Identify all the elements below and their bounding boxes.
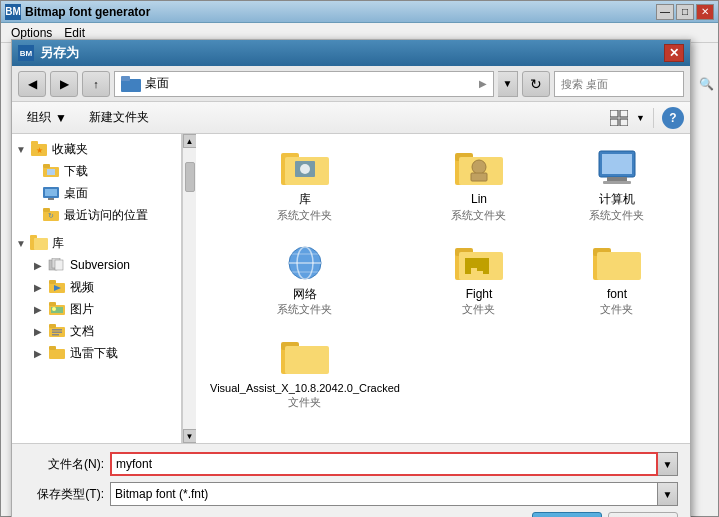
- svg-rect-37: [49, 346, 56, 350]
- scroll-down-button[interactable]: ▼: [183, 429, 197, 443]
- favorites-label: 收藏夹: [52, 141, 88, 158]
- file-item-visual-assist[interactable]: Visual_Assist_X_10.8.2042.0_Cracked 文件夹: [204, 331, 406, 416]
- outer-maximize-button[interactable]: □: [676, 4, 694, 20]
- scroll-up-button[interactable]: ▲: [183, 134, 197, 148]
- action-buttons: 保存(S) 取消: [24, 512, 678, 517]
- svg-rect-33: [52, 329, 62, 331]
- outer-title: Bitmap font generator: [25, 5, 656, 19]
- file-type-fight: 文件夹: [462, 302, 495, 317]
- favorites-icon: ★: [30, 141, 48, 157]
- search-box: 🔍: [554, 71, 684, 97]
- xunlei-label: 迅雷下载: [70, 345, 118, 362]
- sidebar-item-xunlei[interactable]: ▶ 迅雷下载: [12, 342, 181, 364]
- svg-rect-13: [45, 189, 57, 196]
- svg-rect-35: [52, 334, 59, 336]
- sidebar-item-subversion[interactable]: ▶ Subversion: [12, 254, 181, 276]
- expand-pictures-icon: ▶: [34, 304, 48, 315]
- svg-rect-66: [597, 252, 641, 280]
- scroll-thumb[interactable]: [185, 162, 195, 192]
- filetype-display: Bitmap font (*.fnt): [110, 482, 658, 506]
- forward-button[interactable]: ▶: [50, 71, 78, 97]
- refresh-button[interactable]: ↻: [522, 71, 550, 97]
- filetype-row: 保存类型(T): Bitmap font (*.fnt) ▼: [24, 482, 678, 506]
- svg-rect-69: [285, 346, 329, 374]
- new-folder-button[interactable]: 新建文件夹: [80, 105, 158, 131]
- location-arrow: ▶: [479, 78, 487, 89]
- sidebar-item-favorites[interactable]: ▼ ★ 收藏夹: [12, 138, 181, 160]
- location-dropdown-button[interactable]: ▼: [498, 71, 518, 97]
- expand-subversion-icon: ▶: [34, 260, 48, 271]
- sidebar-item-videos[interactable]: ▶ 视频: [12, 276, 181, 298]
- pictures-icon: [48, 301, 66, 317]
- file-item-fight[interactable]: Fight 文件夹: [414, 237, 544, 324]
- file-item-ku[interactable]: 库 系统文件夹: [204, 142, 406, 229]
- file-type-computer: 系统文件夹: [589, 208, 644, 223]
- file-name-ku: 库: [299, 192, 311, 208]
- cancel-button[interactable]: 取消: [608, 512, 678, 517]
- sidebar-item-documents[interactable]: ▶ 文档: [12, 320, 181, 342]
- svg-rect-61: [471, 258, 477, 268]
- file-name-computer: 计算机: [599, 192, 635, 208]
- filename-row: 文件名(N): ▼: [24, 452, 678, 476]
- svg-point-46: [472, 160, 486, 174]
- subversion-label: Subversion: [70, 258, 130, 272]
- content-area: ▼ ★ 收藏夹: [12, 134, 690, 444]
- svg-rect-4: [610, 119, 618, 126]
- expand-xunlei-icon: ▶: [34, 348, 48, 359]
- view-dropdown-icon: ▼: [636, 113, 645, 123]
- file-grid: 库 系统文件夹: [196, 134, 690, 443]
- svg-point-42: [300, 164, 310, 174]
- file-toolbar: 组织 ▼ 新建文件夹 ▼ ?: [12, 102, 690, 134]
- view-button[interactable]: [606, 105, 632, 131]
- outer-close-button[interactable]: ✕: [696, 4, 714, 20]
- file-item-network[interactable]: 网络 系统文件夹: [204, 237, 406, 324]
- folder-icon-visual-assist: [281, 337, 329, 377]
- up-button[interactable]: ↑: [82, 71, 110, 97]
- file-item-font[interactable]: font 文件夹: [552, 237, 682, 324]
- svg-rect-28: [49, 302, 56, 306]
- file-item-computer[interactable]: 计算机 系统文件夹: [552, 142, 682, 229]
- sidebar-item-recent[interactable]: ↻ 最近访问的位置: [12, 204, 181, 226]
- filetype-dropdown-button[interactable]: ▼: [658, 482, 678, 506]
- location-folder-icon: [121, 76, 141, 92]
- dialog-title: 另存为: [40, 44, 664, 62]
- back-button[interactable]: ◀: [18, 71, 46, 97]
- expand-documents-icon: ▶: [34, 326, 48, 337]
- svg-rect-47: [471, 173, 487, 181]
- filename-input[interactable]: [110, 452, 658, 476]
- file-name-network: 网络: [293, 287, 317, 303]
- file-type-lin: 系统文件夹: [451, 208, 506, 223]
- svg-rect-63: [483, 258, 489, 274]
- sidebar-item-desktop[interactable]: 桌面: [12, 182, 181, 204]
- file-item-lin[interactable]: Lin 系统文件夹: [414, 142, 544, 229]
- dialog-close-button[interactable]: ✕: [664, 44, 684, 62]
- location-text: 桌面: [145, 75, 475, 92]
- subversion-icon: [48, 257, 66, 273]
- search-input[interactable]: [561, 78, 699, 90]
- save-button[interactable]: 保存(S): [532, 512, 602, 517]
- pictures-label: 图片: [70, 301, 94, 318]
- svg-point-30: [52, 307, 56, 311]
- network-icon: [281, 243, 329, 283]
- location-bar: 桌面 ▶: [114, 71, 494, 97]
- expand-favorites-icon: ▼: [16, 144, 30, 155]
- sidebar-item-downloads[interactable]: 下载: [12, 160, 181, 182]
- sidebar-scrollbar[interactable]: ▲ ▼: [182, 134, 196, 443]
- folder-icon-font: [593, 243, 641, 283]
- outer-minimize-button[interactable]: —: [656, 4, 674, 20]
- desktop-label: 桌面: [64, 185, 88, 202]
- svg-rect-50: [607, 177, 627, 181]
- file-type-ku: 系统文件夹: [277, 208, 332, 223]
- outer-window: BM Bitmap font generator — □ ✕ Options E…: [0, 0, 719, 517]
- file-type-font: 文件夹: [600, 302, 633, 317]
- svg-rect-25: [49, 280, 56, 284]
- sidebar-item-library[interactable]: ▼ 库: [12, 232, 181, 254]
- help-button[interactable]: ?: [662, 107, 684, 129]
- svg-rect-49: [602, 154, 632, 174]
- documents-label: 文档: [70, 323, 94, 340]
- downloads-icon: [42, 163, 60, 179]
- organize-button[interactable]: 组织 ▼: [18, 105, 76, 131]
- sidebar-item-pictures[interactable]: ▶ 图片: [12, 298, 181, 320]
- folder-icon-ku: [281, 148, 329, 188]
- filename-dropdown-button[interactable]: ▼: [658, 452, 678, 476]
